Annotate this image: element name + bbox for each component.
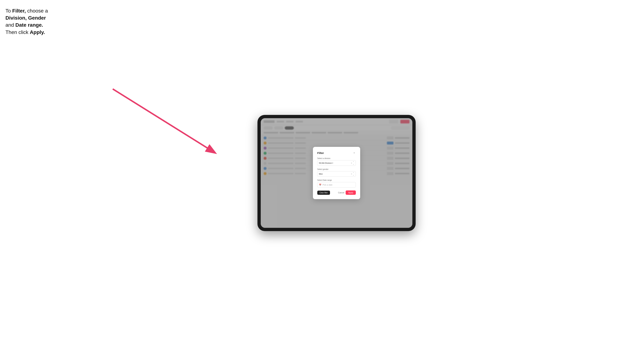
modal-action-buttons: Cancel Apply — [338, 190, 356, 195]
division-select[interactable]: NCAA Division I × ⌃⌄ — [317, 160, 356, 166]
calendar-icon: 📅 — [319, 184, 322, 186]
apply-button[interactable]: Apply — [346, 190, 356, 195]
gender-select[interactable]: Men × ⌃⌄ — [317, 171, 356, 177]
modal-overlay: Filter × Select a division NCAA Division… — [261, 118, 412, 228]
tablet-device: Filter × Select a division NCAA Division… — [258, 115, 416, 231]
division-form-group: Select a division NCAA Division I × ⌃⌄ — [317, 157, 356, 166]
modal-title: Filter — [317, 151, 324, 155]
division-clear-icon[interactable]: × — [351, 162, 352, 164]
division-chevron-icon: ⌃⌄ — [353, 161, 354, 165]
modal-footer: Clear filter Cancel Apply — [317, 190, 356, 195]
gender-value: Men — [319, 173, 323, 175]
division-controls: × ⌃⌄ — [351, 161, 354, 165]
svg-line-0 — [113, 89, 214, 153]
instruction-text: To Filter, choose aDivision, Genderand D… — [6, 7, 48, 36]
gender-controls: × ⌃⌄ — [351, 172, 354, 176]
modal-close-button[interactable]: × — [352, 151, 356, 155]
division-label: Select a division — [317, 157, 356, 159]
tablet-screen: Filter × Select a division NCAA Division… — [261, 118, 412, 228]
division-value: NCAA Division I — [319, 162, 333, 164]
filter-modal: Filter × Select a division NCAA Division… — [313, 147, 360, 199]
cancel-button[interactable]: Cancel — [338, 191, 344, 194]
gender-chevron-icon: ⌃⌄ — [353, 172, 354, 176]
modal-header: Filter × — [317, 151, 356, 155]
gender-form-group: Select gender Men × ⌃⌄ — [317, 168, 356, 177]
gender-clear-icon[interactable]: × — [351, 173, 352, 175]
page-wrapper: To Filter, choose aDivision, Genderand D… — [0, 0, 644, 346]
clear-filter-button[interactable]: Clear filter — [317, 191, 330, 195]
date-label: Select Date range — [317, 179, 356, 181]
date-input[interactable]: 📅 Pick a date — [317, 182, 356, 187]
date-form-group: Select Date range 📅 Pick a date — [317, 179, 356, 187]
date-placeholder: Pick a date — [322, 184, 332, 186]
gender-label: Select gender — [317, 168, 356, 170]
instruction-line1: To Filter, choose aDivision, Genderand D… — [6, 8, 48, 35]
